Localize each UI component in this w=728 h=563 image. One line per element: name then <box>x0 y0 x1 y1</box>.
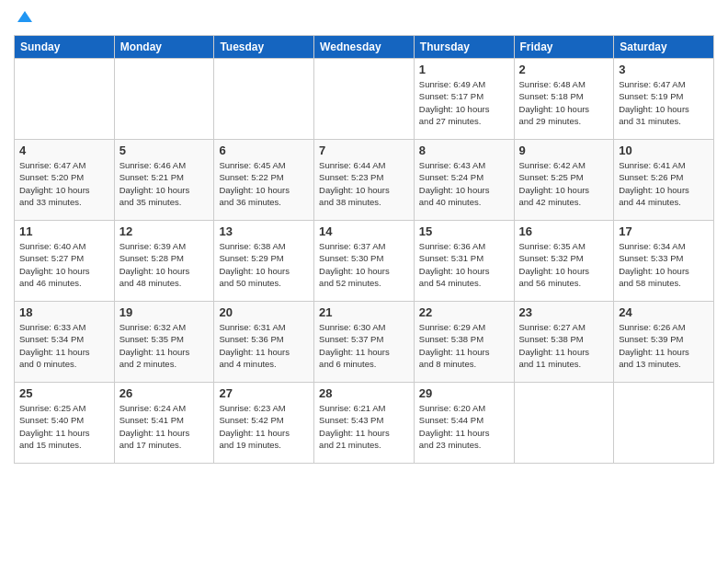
day-number: 3 <box>619 63 709 76</box>
header-cell-friday: Friday <box>514 36 614 59</box>
page-container: SundayMondayTuesdayWednesdayThursdayFrid… <box>0 0 728 473</box>
day-number: 12 <box>119 224 210 238</box>
day-cell: 9Sunrise: 6:42 AM Sunset: 5:25 PM Daylig… <box>514 140 614 221</box>
day-cell: 2Sunrise: 6:48 AM Sunset: 5:18 PM Daylig… <box>514 59 614 140</box>
day-cell: 3Sunrise: 6:47 AM Sunset: 5:19 PM Daylig… <box>614 59 714 140</box>
header-cell-sunday: Sunday <box>15 36 115 59</box>
day-info: Sunrise: 6:44 AM Sunset: 5:23 PM Dayligh… <box>319 159 409 208</box>
day-cell: 19Sunrise: 6:32 AM Sunset: 5:35 PM Dayli… <box>114 302 214 383</box>
day-info: Sunrise: 6:37 AM Sunset: 5:30 PM Dayligh… <box>319 240 409 289</box>
day-number: 28 <box>319 386 409 400</box>
day-cell: 28Sunrise: 6:21 AM Sunset: 5:43 PM Dayli… <box>314 383 415 464</box>
day-cell: 15Sunrise: 6:36 AM Sunset: 5:31 PM Dayli… <box>414 221 514 302</box>
day-number: 4 <box>19 144 109 157</box>
day-cell: 10Sunrise: 6:41 AM Sunset: 5:26 PM Dayli… <box>614 140 714 221</box>
day-cell: 26Sunrise: 6:24 AM Sunset: 5:41 PM Dayli… <box>114 383 214 464</box>
day-cell: 29Sunrise: 6:20 AM Sunset: 5:44 PM Dayli… <box>414 383 514 464</box>
day-number: 25 <box>19 386 109 400</box>
day-info: Sunrise: 6:38 AM Sunset: 5:29 PM Dayligh… <box>219 240 309 289</box>
header-cell-monday: Monday <box>114 36 214 59</box>
day-cell <box>214 59 314 140</box>
day-number: 5 <box>119 144 210 157</box>
day-cell: 14Sunrise: 6:37 AM Sunset: 5:30 PM Dayli… <box>314 221 415 302</box>
logo <box>14 9 34 28</box>
day-info: Sunrise: 6:46 AM Sunset: 5:21 PM Dayligh… <box>119 159 210 208</box>
day-info: Sunrise: 6:49 AM Sunset: 5:17 PM Dayligh… <box>419 78 509 127</box>
header-cell-saturday: Saturday <box>614 36 714 59</box>
day-number: 24 <box>619 305 709 319</box>
day-info: Sunrise: 6:26 AM Sunset: 5:39 PM Dayligh… <box>619 321 709 370</box>
day-info: Sunrise: 6:40 AM Sunset: 5:27 PM Dayligh… <box>19 240 109 289</box>
day-number: 22 <box>419 305 509 319</box>
day-number: 1 <box>419 63 509 76</box>
day-cell: 8Sunrise: 6:43 AM Sunset: 5:24 PM Daylig… <box>414 140 514 221</box>
day-info: Sunrise: 6:31 AM Sunset: 5:36 PM Dayligh… <box>219 321 309 370</box>
day-number: 20 <box>219 305 309 319</box>
day-number: 2 <box>519 63 609 76</box>
week-row-4: 25Sunrise: 6:25 AM Sunset: 5:40 PM Dayli… <box>15 383 714 464</box>
day-number: 9 <box>519 144 609 157</box>
day-cell <box>514 383 614 464</box>
day-cell: 21Sunrise: 6:30 AM Sunset: 5:37 PM Dayli… <box>314 302 415 383</box>
day-number: 27 <box>219 386 309 400</box>
day-number: 7 <box>319 144 409 157</box>
day-info: Sunrise: 6:45 AM Sunset: 5:22 PM Dayligh… <box>219 159 309 208</box>
day-info: Sunrise: 6:35 AM Sunset: 5:32 PM Dayligh… <box>519 240 609 289</box>
day-number: 11 <box>19 224 109 238</box>
day-info: Sunrise: 6:42 AM Sunset: 5:25 PM Dayligh… <box>519 159 609 208</box>
day-info: Sunrise: 6:36 AM Sunset: 5:31 PM Dayligh… <box>419 240 509 289</box>
day-cell: 4Sunrise: 6:47 AM Sunset: 5:20 PM Daylig… <box>15 140 115 221</box>
day-cell: 24Sunrise: 6:26 AM Sunset: 5:39 PM Dayli… <box>614 302 714 383</box>
day-info: Sunrise: 6:23 AM Sunset: 5:42 PM Dayligh… <box>219 402 309 451</box>
day-cell: 12Sunrise: 6:39 AM Sunset: 5:28 PM Dayli… <box>114 221 214 302</box>
day-info: Sunrise: 6:30 AM Sunset: 5:37 PM Dayligh… <box>319 321 409 370</box>
day-info: Sunrise: 6:20 AM Sunset: 5:44 PM Dayligh… <box>419 402 509 451</box>
day-info: Sunrise: 6:25 AM Sunset: 5:40 PM Dayligh… <box>19 402 109 451</box>
day-info: Sunrise: 6:41 AM Sunset: 5:26 PM Dayligh… <box>619 159 709 208</box>
day-number: 17 <box>619 224 709 238</box>
day-number: 15 <box>419 224 509 238</box>
day-cell: 6Sunrise: 6:45 AM Sunset: 5:22 PM Daylig… <box>214 140 314 221</box>
day-number: 6 <box>219 144 309 157</box>
week-row-0: 1Sunrise: 6:49 AM Sunset: 5:17 PM Daylig… <box>15 59 714 140</box>
day-cell: 20Sunrise: 6:31 AM Sunset: 5:36 PM Dayli… <box>214 302 314 383</box>
day-cell <box>114 59 214 140</box>
day-cell: 17Sunrise: 6:34 AM Sunset: 5:33 PM Dayli… <box>614 221 714 302</box>
day-cell: 27Sunrise: 6:23 AM Sunset: 5:42 PM Dayli… <box>214 383 314 464</box>
day-number: 16 <box>519 224 609 238</box>
day-info: Sunrise: 6:47 AM Sunset: 5:20 PM Dayligh… <box>19 159 109 208</box>
week-row-2: 11Sunrise: 6:40 AM Sunset: 5:27 PM Dayli… <box>15 221 714 302</box>
day-cell: 7Sunrise: 6:44 AM Sunset: 5:23 PM Daylig… <box>314 140 415 221</box>
header <box>14 9 714 28</box>
day-info: Sunrise: 6:43 AM Sunset: 5:24 PM Dayligh… <box>419 159 509 208</box>
day-number: 10 <box>619 144 709 157</box>
day-info: Sunrise: 6:39 AM Sunset: 5:28 PM Dayligh… <box>119 240 210 289</box>
header-cell-tuesday: Tuesday <box>214 36 314 59</box>
day-number: 14 <box>319 224 409 238</box>
day-info: Sunrise: 6:34 AM Sunset: 5:33 PM Dayligh… <box>619 240 709 289</box>
day-number: 8 <box>419 144 509 157</box>
header-row: SundayMondayTuesdayWednesdayThursdayFrid… <box>15 36 714 59</box>
day-info: Sunrise: 6:48 AM Sunset: 5:18 PM Dayligh… <box>519 78 609 127</box>
calendar-table: SundayMondayTuesdayWednesdayThursdayFrid… <box>14 35 714 464</box>
header-cell-thursday: Thursday <box>414 36 514 59</box>
day-cell: 5Sunrise: 6:46 AM Sunset: 5:21 PM Daylig… <box>114 140 214 221</box>
day-cell: 11Sunrise: 6:40 AM Sunset: 5:27 PM Dayli… <box>15 221 115 302</box>
day-cell: 13Sunrise: 6:38 AM Sunset: 5:29 PM Dayli… <box>214 221 314 302</box>
week-row-3: 18Sunrise: 6:33 AM Sunset: 5:34 PM Dayli… <box>15 302 714 383</box>
day-cell: 18Sunrise: 6:33 AM Sunset: 5:34 PM Dayli… <box>15 302 115 383</box>
day-number: 23 <box>519 305 609 319</box>
header-cell-wednesday: Wednesday <box>314 36 415 59</box>
day-info: Sunrise: 6:27 AM Sunset: 5:38 PM Dayligh… <box>519 321 609 370</box>
day-info: Sunrise: 6:24 AM Sunset: 5:41 PM Dayligh… <box>119 402 210 451</box>
day-number: 19 <box>119 305 210 319</box>
day-info: Sunrise: 6:33 AM Sunset: 5:34 PM Dayligh… <box>19 321 109 370</box>
day-number: 26 <box>119 386 210 400</box>
day-cell <box>614 383 714 464</box>
day-cell <box>314 59 415 140</box>
day-number: 29 <box>419 386 509 400</box>
day-info: Sunrise: 6:47 AM Sunset: 5:19 PM Dayligh… <box>619 78 709 127</box>
day-number: 21 <box>319 305 409 319</box>
day-number: 13 <box>219 224 309 238</box>
day-cell <box>15 59 115 140</box>
